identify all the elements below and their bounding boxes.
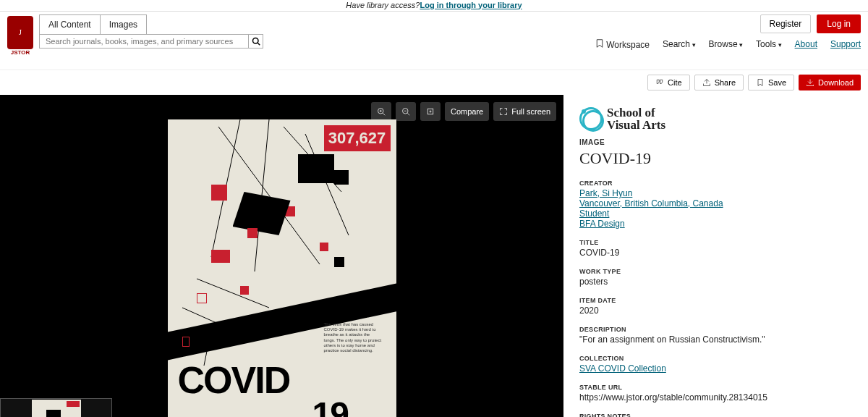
primary-nav: Workspace Search Browse Tools About Supp… xyxy=(595,39,861,50)
tab-images[interactable]: Images xyxy=(101,14,147,35)
login-button[interactable]: Log in xyxy=(817,14,861,33)
zoom-in-icon xyxy=(377,107,386,116)
item-type-label: IMAGE xyxy=(579,138,859,146)
institution-name: School of Visual Arts xyxy=(607,106,665,131)
collection-link[interactable]: SVA COVID Collection xyxy=(579,363,666,374)
metadata-panel: School of Visual Arts IMAGE COVID-19 CRE… xyxy=(563,95,868,417)
tab-all-content[interactable]: All Content xyxy=(39,14,101,35)
nav-workspace[interactable]: Workspace xyxy=(595,39,650,50)
creator-link[interactable]: Vancouver, British Columbia, Canada xyxy=(579,198,859,208)
nav-browse[interactable]: Browse xyxy=(709,39,744,50)
download-icon xyxy=(806,78,814,87)
creator-link[interactable]: Student xyxy=(579,208,859,219)
svg-line-3 xyxy=(383,113,385,115)
creator-link[interactable]: BFA Design xyxy=(579,219,859,229)
search-icon xyxy=(252,37,260,46)
thumbnail-strip[interactable] xyxy=(0,398,112,417)
cite-button[interactable]: Cite xyxy=(647,75,690,90)
expand-icon xyxy=(426,107,435,116)
library-access-bar: Have library access? Log in through your… xyxy=(0,0,868,12)
poster-covid-text: COVID xyxy=(178,358,290,402)
field-rights: RIGHTS NOTES Creative Commons: Attributi… xyxy=(579,413,859,417)
nav-support[interactable]: Support xyxy=(830,39,861,50)
expand-button[interactable] xyxy=(420,102,441,121)
search-group: All Content Images xyxy=(39,14,263,49)
auth-buttons: Register Log in xyxy=(760,14,861,33)
nav-search[interactable]: Search xyxy=(663,39,696,50)
share-button[interactable]: Share xyxy=(694,75,744,90)
search-input[interactable] xyxy=(39,34,249,49)
svg-point-0 xyxy=(252,38,258,44)
thumbnail[interactable] xyxy=(32,400,81,417)
quote-icon xyxy=(655,78,664,87)
institution-logo[interactable]: School of Visual Arts xyxy=(579,106,859,131)
poster-image: 307,627 The virus that has caused COVID-… xyxy=(168,119,396,417)
poster-number: 307,627 xyxy=(324,125,391,151)
zoom-in-button[interactable] xyxy=(371,102,391,121)
field-worktype: WORK TYPE posters xyxy=(579,268,859,287)
field-date: ITEM DATE 2020 xyxy=(579,297,859,316)
library-login-link[interactable]: Log in through your library xyxy=(420,1,522,9)
item-title: COVID-19 xyxy=(579,149,859,168)
field-collection: COLLECTION SVA COVID Collection xyxy=(579,355,859,374)
access-prompt-text: Have library access? xyxy=(346,1,420,9)
field-description: DESCRIPTION "For an assignment on Russia… xyxy=(579,326,859,345)
poster-19-text: 19 xyxy=(312,395,348,417)
image-viewer[interactable]: Compare Full screen 307,627 xyxy=(0,95,563,417)
viewer-toolbar: Compare Full screen xyxy=(371,102,556,121)
nav-about[interactable]: About xyxy=(795,39,817,50)
site-header: J JSTOR All Content Images Register Log … xyxy=(0,12,868,70)
svg-line-7 xyxy=(407,113,409,115)
item-actions: Cite Share Save Download xyxy=(0,70,868,95)
svg-line-12 xyxy=(218,127,320,264)
register-button[interactable]: Register xyxy=(760,14,812,33)
nav-tools[interactable]: Tools xyxy=(756,39,782,50)
share-icon xyxy=(702,78,711,87)
svg-line-1 xyxy=(258,43,260,45)
main-content: Compare Full screen 307,627 xyxy=(0,95,868,417)
fullscreen-button[interactable]: Full screen xyxy=(493,102,556,121)
poster-small-text: The virus that has caused COVID-19 makes… xyxy=(324,322,382,353)
field-creator: CREATOR Park, Si Hyun Vancouver, British… xyxy=(579,180,859,229)
search-button[interactable] xyxy=(249,34,263,49)
fullscreen-icon xyxy=(499,107,508,116)
bookmark-icon xyxy=(756,78,765,87)
field-title: TITLE COVID-19 xyxy=(579,239,859,258)
site-logo[interactable]: J JSTOR xyxy=(7,14,33,56)
zoom-out-button[interactable] xyxy=(396,102,416,121)
save-button[interactable]: Save xyxy=(748,75,794,90)
bookmark-icon xyxy=(595,39,604,48)
svg-line-17 xyxy=(197,279,269,308)
field-stable-url: STABLE URL https://www.jstor.org/stable/… xyxy=(579,384,859,403)
compare-button[interactable]: Compare xyxy=(445,102,489,121)
institution-mark-icon xyxy=(579,107,603,130)
download-button[interactable]: Download xyxy=(799,75,861,90)
zoom-out-icon xyxy=(401,107,410,116)
search-scope-tabs: All Content Images xyxy=(39,14,263,35)
creator-link[interactable]: Park, Si Hyun xyxy=(579,188,859,198)
